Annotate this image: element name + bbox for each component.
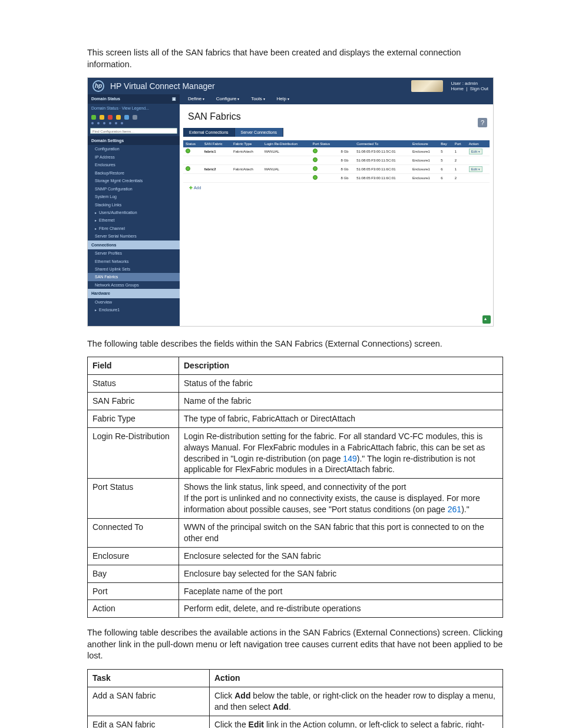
edit-button[interactable]: Edit — [469, 149, 482, 154]
sidebar-item-ipaddress[interactable]: IP Address — [88, 153, 180, 161]
app-title: HP Virtual Connect Manager — [110, 81, 215, 92]
sidebar-item-enclosure1[interactable]: Enclosure1 — [88, 306, 180, 314]
sidebar-item-systemlog[interactable]: System Log — [88, 193, 180, 200]
col-action: Action — [467, 140, 490, 147]
collapse-icon[interactable]: ▣ — [172, 96, 176, 101]
status-icon-ok — [91, 115, 96, 120]
home-link[interactable]: Home — [451, 86, 464, 91]
table-row: PortFaceplate name of the port — [88, 582, 503, 600]
col-status: Status — [183, 140, 202, 147]
user-label: User : admin — [451, 81, 488, 87]
col-bay: Bay — [438, 140, 452, 147]
status-ok-icon — [313, 157, 318, 162]
status-ok-icon — [186, 166, 190, 171]
sidebar-item-ethernet[interactable]: Ethernet — [88, 216, 180, 224]
table-row: SAN FabricName of the fabric — [88, 392, 503, 410]
menu-define[interactable]: Define — [188, 96, 204, 103]
col-connected: Connected To — [354, 140, 410, 147]
status-icon-error — [108, 115, 113, 120]
table-row[interactable]: 8 Gb51:08:05:F3:00:11:5C:01Enclosure152 — [183, 156, 490, 165]
actions-h2: Action — [210, 670, 503, 687]
status-ok-icon — [313, 175, 318, 180]
fields-h2: Description — [179, 357, 503, 375]
sidebar-search-input[interactable]: Find Configuration Items… — [90, 128, 177, 134]
col-enclosure: Enclosure — [410, 140, 438, 147]
table-row[interactable]: fabric2FabricAttachMANUAL8 Gb51:08:05:F3… — [183, 165, 490, 174]
status-icon-warn — [100, 115, 104, 120]
sidebar-section-domain-settings: Domain Settings — [88, 136, 180, 145]
status-icon-other — [116, 115, 121, 120]
sidebar-section-connections: Connections — [88, 241, 180, 249]
sidebar-section-domain-status: Domain Status▣ — [88, 94, 180, 103]
sidebar-item-fibrechannel[interactable]: Fibre Channel — [88, 225, 180, 232]
table-row: Port StatusShows the link status, link s… — [88, 479, 503, 519]
sidebar-item-san-fabrics[interactable]: SAN Fabrics — [88, 273, 180, 281]
menu-configure[interactable]: Configure — [216, 96, 239, 103]
table-row: Edit a SAN fabricClick the Edit link in … — [88, 716, 503, 728]
brand-image — [411, 80, 443, 92]
sidebar-item-stacking[interactable]: Stacking Links — [88, 201, 180, 209]
actions-intro: The following table describes the availa… — [87, 627, 503, 662]
table-row: StatusStatus of the fabric — [88, 375, 503, 393]
sidebar-item-ethernet-networks[interactable]: Ethernet Networks — [88, 258, 180, 265]
content-pane: Define Configure Tools Help SAN Fabrics … — [180, 94, 493, 326]
add-button[interactable]: Add — [183, 183, 490, 193]
titlebar: hp HP Virtual Connect Manager User : adm… — [88, 78, 493, 94]
scroll-up-icon[interactable] — [482, 315, 491, 324]
menu-tools[interactable]: Tools — [251, 96, 265, 103]
sidebar-item-serverprofiles[interactable]: Server Profiles — [88, 249, 180, 257]
sidebar-item-network-access[interactable]: Network Access Groups — [88, 281, 180, 289]
table-row: ActionPerform edit, delete, and re-distr… — [88, 600, 503, 618]
fields-intro: The following table describes the fields… — [87, 338, 503, 350]
actions-h1: Task — [88, 670, 210, 687]
sidebar-item-shared-uplink[interactable]: Shared Uplink Sets — [88, 265, 180, 273]
tab-external[interactable]: External Connections — [183, 128, 235, 137]
fields-table: Field Description StatusStatus of the fa… — [87, 357, 503, 618]
sidebar-item-enclosures[interactable]: Enclosures — [88, 161, 180, 169]
col-type: Fabric Type — [231, 140, 262, 147]
table-row: Fabric TypeThe type of fabric, FabricAtt… — [88, 410, 503, 427]
sidebar-item-backup[interactable]: Backup/Restore — [88, 169, 180, 177]
table-row: BayEnclosure bay selected for the SAN fa… — [88, 565, 503, 582]
col-san: SAN Fabric — [202, 140, 231, 147]
table-row: Add a SAN fabricClick Add below the tabl… — [88, 687, 503, 716]
status-icon-unknown — [133, 115, 137, 120]
help-icon[interactable]: ? — [478, 118, 487, 127]
table-row: Login Re-DistributionLogin Re-distributi… — [88, 427, 503, 479]
user-block: User : admin Home | Sign Out — [451, 81, 488, 92]
sidebar-item-configuration[interactable]: Configuration — [88, 145, 180, 153]
sidebar-status-legend[interactable]: Domain Status · View Legend... — [88, 104, 180, 113]
intro-paragraph: This screen lists all of the SAN fabrics… — [87, 47, 503, 70]
menubar: Define Configure Tools Help — [180, 94, 493, 104]
table-row[interactable]: 8 Gb51:08:05:F3:00:11:6C:01Enclosure162 — [183, 174, 490, 183]
edit-button[interactable]: Edit — [469, 166, 482, 172]
sidebar: Domain Status▣ Domain Status · View Lege… — [88, 94, 180, 326]
status-ok-icon — [186, 149, 190, 153]
status-icon-info — [124, 115, 129, 120]
col-pstatus: Port Status — [310, 140, 339, 147]
sidebar-item-usersauth[interactable]: Users/Authentication — [88, 209, 180, 216]
sidebar-item-serial[interactable]: Server Serial Numbers — [88, 232, 180, 240]
menu-help[interactable]: Help — [277, 96, 289, 103]
tab-server[interactable]: Server Connections — [235, 128, 283, 137]
app-window: hp HP Virtual Connect Manager User : adm… — [87, 77, 494, 327]
col-port: Port — [452, 140, 467, 147]
table-row[interactable]: fabric1FabricAttachMANUAL8 Gb51:08:05:F3… — [183, 147, 490, 156]
table-row: Connected ToWWN of the principal switch … — [88, 518, 503, 547]
fabrics-table: Status SAN Fabric Fabric Type Login Re-D… — [183, 140, 490, 183]
page-title: SAN Fabrics — [180, 104, 493, 128]
sidebar-section-hardware: Hardware — [88, 289, 180, 298]
signout-link[interactable]: Sign Out — [470, 86, 488, 91]
col-login: Login Re-Distribution — [262, 140, 310, 147]
actions-table: Task Action Add a SAN fabricClick Add be… — [87, 669, 503, 728]
table-row: EnclosureEnclosure selected for the SAN … — [88, 547, 503, 565]
fields-h1: Field — [88, 357, 179, 375]
status-ok-icon — [313, 149, 318, 153]
hp-logo: hp — [92, 80, 104, 92]
status-ok-icon — [313, 166, 318, 171]
sidebar-item-overview[interactable]: Overview — [88, 298, 180, 306]
sidebar-item-storage-creds[interactable]: Storage Mgmt Credentials — [88, 177, 180, 185]
sidebar-item-snmp[interactable]: SNMP Configuration — [88, 185, 180, 193]
